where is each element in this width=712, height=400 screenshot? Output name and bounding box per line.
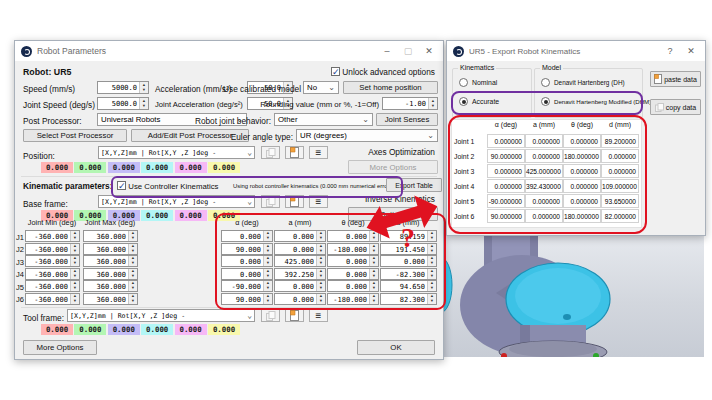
spinner-arrows-icon[interactable]: ▴▾ bbox=[263, 256, 272, 266]
minimize-icon[interactable]: – bbox=[379, 46, 395, 56]
joint-J1-min-input[interactable]: -360.000▴▾ bbox=[25, 230, 80, 242]
axes-more-options-button[interactable]: More Options bbox=[348, 160, 438, 174]
euler-angle-type-select[interactable]: UR (degrees) ⌄ bbox=[296, 129, 438, 142]
spinner-arrows-icon[interactable]: ▴▾ bbox=[369, 281, 378, 291]
joint-J4-theta-input[interactable]: 0.000▴▾ bbox=[327, 268, 379, 280]
pose-menu-button[interactable]: ≡ bbox=[309, 146, 328, 159]
spinner-arrows-icon[interactable]: ▴▾ bbox=[70, 244, 79, 254]
accurate-radio[interactable] bbox=[459, 97, 468, 106]
dh-joint-6-col-2[interactable]: 180.000000 bbox=[563, 209, 601, 223]
joint-J4-a-input[interactable]: 392.250▴▾ bbox=[274, 268, 326, 280]
joint-J3-alpha-input[interactable]: 0.000▴▾ bbox=[221, 255, 273, 267]
rounding-input[interactable]: -1.00 ▴▾ bbox=[382, 97, 438, 110]
dh-joint-3-col-2[interactable]: 0.000000 bbox=[563, 164, 601, 178]
position-value-1[interactable]: 0.000 bbox=[74, 162, 106, 173]
select-post-processor-button[interactable]: Select Post Processor bbox=[23, 129, 127, 142]
spinner-arrows-icon[interactable]: ▴▾ bbox=[70, 256, 79, 266]
spinner-arrows-icon[interactable]: ▴▾ bbox=[427, 256, 436, 266]
spinner-arrows-icon[interactable]: ▴▾ bbox=[263, 231, 272, 241]
joint-J5-d-input[interactable]: 94.650▴▾ bbox=[380, 280, 437, 292]
dh-joint-3-col-0[interactable]: 0.000000 bbox=[487, 164, 525, 178]
dh-joint-2-col-0[interactable]: 90.000000 bbox=[487, 149, 525, 163]
spinner-arrows-icon[interactable]: ▴▾ bbox=[128, 244, 137, 254]
joint-J6-a-input[interactable]: 0.000▴▾ bbox=[274, 293, 326, 305]
dh-joint-4-col-1[interactable]: 392.430000 bbox=[525, 179, 563, 193]
spinner-arrows-icon[interactable]: ▴▾ bbox=[139, 98, 148, 109]
tool-frame-value-5[interactable]: 0.000 bbox=[208, 324, 240, 335]
joint-J3-theta-input[interactable]: 0.000▴▾ bbox=[327, 255, 379, 267]
close-icon[interactable]: ✕ bbox=[683, 46, 699, 56]
set-home-position-button[interactable]: Set home position bbox=[343, 81, 438, 94]
dh-joint-4-col-3[interactable]: 109.000000 bbox=[601, 179, 639, 193]
joint-J1-alpha-input[interactable]: 0.000▴▾ bbox=[221, 230, 273, 242]
maximize-icon[interactable]: ▢ bbox=[400, 46, 416, 56]
spinner-arrows-icon[interactable]: ▴▾ bbox=[427, 281, 436, 291]
dhm-radio[interactable] bbox=[541, 97, 550, 106]
joint-J5-theta-input[interactable]: 0.000▴▾ bbox=[327, 280, 379, 292]
joint-J5-min-input[interactable]: -360.000▴▾ bbox=[25, 280, 80, 292]
dh-joint-3-col-1[interactable]: 425.000000 bbox=[525, 164, 563, 178]
joint-J5-a-input[interactable]: 0.000▴▾ bbox=[274, 280, 326, 292]
copy-data-button[interactable]: copy data bbox=[650, 99, 701, 115]
joint-J4-d-input[interactable]: -82.300▴▾ bbox=[380, 268, 437, 280]
base-menu-button[interactable]: ≡ bbox=[309, 195, 328, 208]
spinner-arrows-icon[interactable]: ▴▾ bbox=[316, 281, 325, 291]
joint-J3-d-input[interactable]: 0.000▴▾ bbox=[380, 255, 437, 267]
base-frame-value-4[interactable]: 0.000 bbox=[175, 210, 207, 221]
tool-frame-format-select[interactable]: [X,Y,Z]mm | Rot[X,Y ,Z ]deg - ⌄ bbox=[67, 309, 255, 322]
spinner-arrows-icon[interactable]: ▴▾ bbox=[128, 231, 137, 241]
tool-frame-value-4[interactable]: 0.000 bbox=[175, 324, 207, 335]
copy-base-button[interactable] bbox=[261, 195, 280, 208]
spinner-arrows-icon[interactable]: ▴▾ bbox=[427, 244, 436, 254]
spinner-arrows-icon[interactable]: ▴▾ bbox=[128, 269, 137, 279]
joint-behavior-select[interactable]: Other ⌄ bbox=[274, 113, 373, 126]
paste-tool-button[interactable] bbox=[285, 309, 304, 322]
spinner-arrows-icon[interactable]: ▴▾ bbox=[369, 244, 378, 254]
tool-frame-value-2[interactable]: 0.000 bbox=[108, 324, 140, 335]
position-value-5[interactable]: 0.000 bbox=[208, 162, 240, 173]
dh-joint-1-col-2[interactable]: 0.000000 bbox=[563, 134, 601, 148]
dh-joint-5-col-2[interactable]: 0.000000 bbox=[563, 194, 601, 208]
spinner-arrows-icon[interactable]: ▴▾ bbox=[263, 244, 272, 254]
dh-joint-4-col-2[interactable]: 0.000000 bbox=[563, 179, 601, 193]
nominal-radio[interactable] bbox=[459, 78, 468, 87]
joint-J4-max-input[interactable]: 360.000▴▾ bbox=[83, 268, 138, 280]
joint-J6-d-input[interactable]: 82.300▴▾ bbox=[380, 293, 437, 305]
speed-input[interactable]: 5000.0 ▴▾ bbox=[97, 81, 149, 94]
dh-joint-6-col-3[interactable]: 82.000000 bbox=[601, 209, 639, 223]
tool-frame-value-0[interactable]: 0.000 bbox=[41, 324, 73, 335]
dh-joint-6-col-0[interactable]: 90.000000 bbox=[487, 209, 525, 223]
spinner-arrows-icon[interactable]: ▴▾ bbox=[70, 231, 79, 241]
copy-pose-button[interactable] bbox=[261, 146, 280, 159]
title-bar[interactable]: UR5 - Export Robot Kinematics ? ✕ bbox=[447, 41, 705, 61]
joint-J6-alpha-input[interactable]: 90.000▴▾ bbox=[221, 293, 273, 305]
base-frame-format-select[interactable]: [X,Y,Z]mm | Rot[X,Y ,Z ]deg - ⌄ bbox=[98, 195, 255, 208]
spinner-arrows-icon[interactable]: ▴▾ bbox=[369, 256, 378, 266]
spinner-arrows-icon[interactable]: ▴▾ bbox=[427, 294, 436, 304]
position-format-select[interactable]: [X,Y,Z]mm | Rot[X,Y ,Z ]deg - ⌄ bbox=[98, 146, 255, 159]
joint-speed-input[interactable]: 5000.0 ▴▾ bbox=[97, 97, 149, 110]
joint-J2-theta-input[interactable]: -180.000▴▾ bbox=[327, 243, 379, 255]
spinner-arrows-icon[interactable]: ▴▾ bbox=[263, 294, 272, 304]
spinner-arrows-icon[interactable]: ▴▾ bbox=[128, 294, 137, 304]
joint-J5-alpha-input[interactable]: -90.000▴▾ bbox=[221, 280, 273, 292]
position-value-4[interactable]: 0.000 bbox=[175, 162, 207, 173]
tool-frame-value-3[interactable]: 0.000 bbox=[141, 324, 173, 335]
dh-joint-5-col-3[interactable]: 93.650000 bbox=[601, 194, 639, 208]
spinner-arrows-icon[interactable]: ▴▾ bbox=[128, 281, 137, 291]
position-value-0[interactable]: 0.000 bbox=[41, 162, 73, 173]
joint-J3-a-input[interactable]: 425.000▴▾ bbox=[274, 255, 326, 267]
joint-J1-max-input[interactable]: 360.000▴▾ bbox=[83, 230, 138, 242]
spinner-arrows-icon[interactable]: ▴▾ bbox=[70, 281, 79, 291]
joint-senses-button[interactable]: Joint Senses bbox=[376, 113, 438, 126]
joint-J2-alpha-input[interactable]: 90.000▴▾ bbox=[221, 243, 273, 255]
position-value-3[interactable]: 0.000 bbox=[141, 162, 173, 173]
spinner-arrows-icon[interactable]: ▴▾ bbox=[263, 281, 272, 291]
joint-J3-min-input[interactable]: -360.000▴▾ bbox=[25, 255, 80, 267]
dh-joint-5-col-0[interactable]: -90.000000 bbox=[487, 194, 525, 208]
dh-joint-2-col-3[interactable]: 0.000000 bbox=[601, 149, 639, 163]
joint-J2-a-input[interactable]: 0.000▴▾ bbox=[274, 243, 326, 255]
more-options-button[interactable]: More Options bbox=[23, 340, 97, 355]
spinner-arrows-icon[interactable]: ▴▾ bbox=[70, 294, 79, 304]
joint-J6-min-input[interactable]: -360.000▴▾ bbox=[25, 293, 80, 305]
